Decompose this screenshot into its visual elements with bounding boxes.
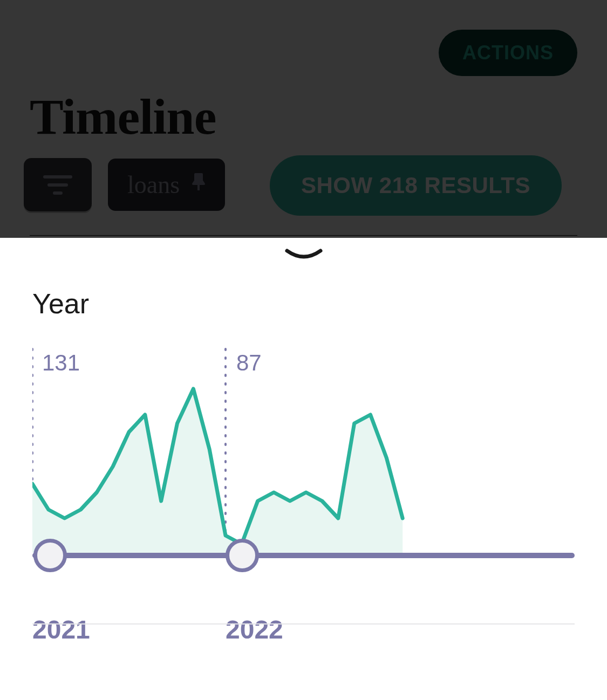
year-label-left: 2021 <box>32 615 90 644</box>
count-label-2022: 87 <box>236 350 262 376</box>
filter-button[interactable] <box>24 158 92 211</box>
filter-chip-loans[interactable]: loans <box>108 159 225 211</box>
timeline-slider-track[interactable] <box>32 553 575 558</box>
timeline-slider-thumb-right[interactable] <box>226 539 259 572</box>
divider <box>32 623 575 624</box>
filter-icon <box>43 174 73 196</box>
header-area: ACTIONS Timeline loans SHOW 218 RESULTS <box>0 0 607 238</box>
show-results-button[interactable]: SHOW 218 RESULTS <box>270 155 562 216</box>
bottom-sheet: Year 131 87 2021 2022 <box>0 238 607 644</box>
pin-icon <box>192 173 206 196</box>
page-title: Timeline <box>30 87 216 146</box>
chevron-down-icon <box>285 249 323 262</box>
timeline-chart: 131 87 2021 2022 <box>32 342 575 644</box>
filter-row: loans <box>24 158 225 211</box>
count-label-2021: 131 <box>42 350 80 376</box>
divider <box>30 235 577 236</box>
filter-chip-label: loans <box>127 170 180 199</box>
year-label-right: 2022 <box>226 615 283 644</box>
sheet-drag-handle[interactable] <box>0 238 607 262</box>
actions-button[interactable]: ACTIONS <box>439 30 577 76</box>
area-chart-svg <box>32 342 575 558</box>
section-title-year: Year <box>32 287 607 320</box>
timeline-slider-thumb-left[interactable] <box>33 539 67 572</box>
